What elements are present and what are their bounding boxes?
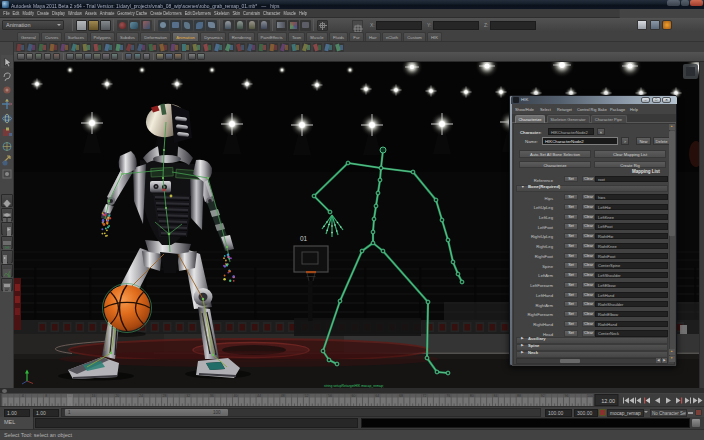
svg-text:76: 76 — [446, 394, 450, 398]
svg-text:80: 80 — [470, 394, 474, 398]
svg-text:92: 92 — [541, 394, 545, 398]
svg-text:72: 72 — [423, 394, 427, 398]
svg-text:48: 48 — [281, 394, 285, 398]
svg-text:68: 68 — [399, 394, 403, 398]
svg-text:4: 4 — [22, 394, 24, 398]
svg-text:40: 40 — [233, 394, 237, 398]
svg-text:44: 44 — [257, 394, 261, 398]
svg-text:8: 8 — [45, 394, 47, 398]
svg-text:100: 100 — [587, 394, 593, 398]
svg-text:28: 28 — [163, 394, 167, 398]
svg-text:96: 96 — [564, 394, 568, 398]
svg-text:16: 16 — [92, 394, 96, 398]
svg-text:52: 52 — [304, 394, 308, 398]
svg-text:88: 88 — [517, 394, 521, 398]
svg-text:56: 56 — [328, 394, 332, 398]
svg-text:36: 36 — [210, 394, 214, 398]
svg-text:60: 60 — [352, 394, 356, 398]
svg-text:string setupRetargetHIK mocap_: string setupRetargetHIK mocap_remap; — [324, 384, 384, 388]
svg-text:32: 32 — [186, 394, 190, 398]
svg-text:24: 24 — [139, 394, 143, 398]
svg-text:64: 64 — [375, 394, 379, 398]
svg-text:12.00: 12.00 — [601, 398, 615, 404]
svg-text:01: 01 — [300, 235, 308, 242]
svg-text:84: 84 — [494, 394, 498, 398]
svg-text:20: 20 — [115, 394, 119, 398]
